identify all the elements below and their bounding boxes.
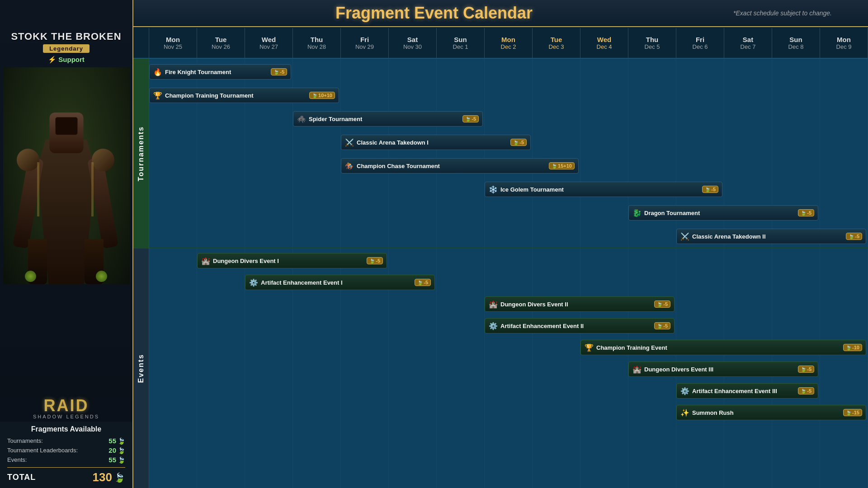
events-label: Events — [137, 354, 145, 383]
tournament-badge-6: 🍃-5 — [798, 209, 814, 216]
day-name-10: Thu — [646, 36, 659, 43]
event-bar-7[interactable]: ✨Summon Rush🍃-15 — [676, 405, 866, 420]
day-name-11: Fri — [696, 36, 704, 43]
tournament-bar-2[interactable]: 🕷️Spider Tournament🍃-5 — [293, 111, 483, 127]
event-badge-1: 🍃-5 — [415, 279, 431, 286]
day-header-1: TueNov 26 — [197, 28, 245, 58]
day-date-10: Dec 5 — [645, 43, 660, 50]
day-date-3: Nov 28 — [307, 43, 326, 50]
game-logo: RAID SHADOW LEGENDS — [33, 398, 99, 419]
event-badge-3: 🍃-5 — [654, 322, 670, 329]
day-date-1: Nov 26 — [212, 43, 230, 50]
day-header-6: SunDec 1 — [437, 28, 485, 58]
day-date-2: Nov 27 — [259, 43, 278, 50]
day-date-4: Nov 29 — [355, 43, 374, 50]
day-date-14: Dec 9 — [836, 43, 852, 50]
day-header-3: ThuNov 28 — [293, 28, 341, 58]
role-badge: Support — [48, 56, 85, 64]
tournament-bar-3[interactable]: ⚔️Classic Arena Takedown I🍃-5 — [341, 135, 531, 150]
champion-art — [3, 67, 130, 284]
tournament-bar-4[interactable]: 🏇Champion Chase Tournament🍃15+10 — [341, 158, 579, 174]
tournament-badge-0: 🍃-5 — [271, 68, 287, 75]
header-spacer — [133, 28, 149, 58]
day-name-14: Mon — [837, 36, 851, 43]
tournament-badge-5: 🍃-5 — [702, 186, 718, 193]
event-icon-7: ✨ — [680, 408, 689, 417]
fragment-row-tournaments: Tournaments: 55🍃 — [7, 436, 125, 446]
event-name-0: Dungeon Divers Event I — [213, 258, 365, 264]
tournament-icon-4: 🏇 — [345, 162, 354, 170]
section-labels: Tournaments Events — [133, 59, 149, 488]
game-name: RAID — [33, 398, 99, 414]
fragment-icon-tournaments: 🍃 — [118, 437, 125, 445]
tournament-badge-1: 🍃10+10 — [309, 92, 335, 99]
event-icon-3: ⚙️ — [489, 322, 498, 330]
tournament-badge-2: 🍃-5 — [462, 115, 479, 122]
fragment-row-leaderboards: Tournament Leaderboards: 20🍃 — [7, 446, 125, 455]
event-bar-1[interactable]: ⚙️Artifact Enhancement Event I🍃-5 — [245, 275, 435, 290]
event-bar-4[interactable]: 🏆Champion Training Event🍃-10 — [580, 340, 866, 355]
fragments-section: Fragments Available Tournaments: 55🍃 Tou… — [0, 422, 132, 488]
tournament-name-2: Spider Tournament — [309, 116, 461, 122]
event-badge-5: 🍃-5 — [798, 366, 814, 373]
day-header-9: WedDec 4 — [580, 28, 628, 58]
event-name-2: Dungeon Divers Event II — [500, 301, 652, 308]
event-bar-2[interactable]: 🏰Dungeon Divers Event II🍃-5 — [485, 296, 675, 312]
day-name-12: Sat — [743, 36, 753, 43]
champion-name: STOKK THE BROKEN — [11, 31, 121, 42]
fragment-count-leaderboards: 20 — [108, 446, 116, 454]
day-name-4: Fri — [360, 36, 369, 43]
event-icon-5: 🏰 — [632, 365, 642, 374]
day-date-8: Dec 3 — [549, 43, 564, 50]
day-header-0: MonNov 25 — [149, 28, 197, 58]
event-icon-0: 🏰 — [201, 257, 210, 265]
fragment-icon-leaderboards: 🍃 — [118, 447, 125, 454]
tournament-name-0: Fire Knight Tournament — [165, 69, 269, 75]
day-header-2: WedNov 27 — [245, 28, 293, 58]
fragment-icon-events: 🍃 — [118, 456, 125, 464]
day-name-5: Sat — [407, 36, 418, 43]
fragments-total-row: TOTAL 130 🍃 — [7, 467, 125, 484]
event-bar-6[interactable]: ⚙️Artifact Enhancement Event III🍃-5 — [676, 383, 818, 399]
tournament-name-4: Champion Chase Tournament — [357, 163, 547, 169]
event-bar-3[interactable]: ⚙️Artifact Enhancement Event II🍃-5 — [485, 318, 675, 333]
event-icon-6: ⚙️ — [680, 387, 689, 395]
day-name-1: Tue — [215, 36, 227, 43]
tournament-icon-0: 🔥 — [153, 68, 162, 76]
rarity-badge: Legendary — [43, 44, 90, 53]
total-count: 130 — [93, 470, 112, 484]
tournament-bar-1[interactable]: 🏆Champion Training Tournament🍃10+10 — [149, 88, 339, 103]
day-date-6: Dec 1 — [453, 43, 468, 50]
event-name-5: Dungeon Divers Event III — [644, 366, 796, 373]
day-date-12: Dec 7 — [741, 43, 756, 50]
tournament-bar-6[interactable]: 🐉Dragon Tournament🍃-5 — [628, 205, 818, 221]
tournament-name-7: Classic Arena Takedown II — [692, 233, 844, 240]
event-bar-0[interactable]: 🏰Dungeon Divers Event I🍃-5 — [197, 253, 387, 268]
section-label-tournaments: Tournaments — [133, 59, 149, 249]
event-badge-7: 🍃-15 — [843, 409, 862, 416]
tournament-icon-3: ⚔️ — [345, 138, 354, 147]
tournament-icon-5: ❄️ — [489, 185, 498, 194]
tournament-name-1: Champion Training Tournament — [165, 92, 307, 99]
grid-content: 🔥Fire Knight Tournament🍃-5🏆Champion Trai… — [149, 59, 868, 488]
tournament-bar-5[interactable]: ❄️Ice Golem Tournament🍃-5 — [485, 182, 722, 197]
fragment-label-leaderboards: Tournament Leaderboards: — [7, 447, 78, 454]
day-header-4: FriNov 29 — [341, 28, 389, 58]
event-badge-4: 🍃-10 — [843, 344, 862, 351]
tournaments-label: Tournaments — [137, 126, 145, 181]
tournament-icon-2: 🕷️ — [297, 115, 306, 123]
tournament-bar-0[interactable]: 🔥Fire Knight Tournament🍃-5 — [149, 64, 291, 80]
tournament-bar-7[interactable]: ⚔️Classic Arena Takedown II🍃-5 — [676, 229, 866, 244]
day-header-14: MonDec 9 — [820, 28, 868, 58]
day-header-8: TueDec 3 — [533, 28, 580, 58]
tournament-badge-3: 🍃-5 — [510, 139, 527, 146]
day-date-9: Dec 4 — [597, 43, 612, 50]
event-bar-5[interactable]: 🏰Dungeon Divers Event III🍃-5 — [628, 361, 818, 377]
day-header-5: SatNov 30 — [389, 28, 437, 58]
fragment-label-tournaments: Tournaments: — [7, 437, 43, 444]
fragment-row-events: Events: 55🍃 — [7, 455, 125, 465]
tournament-name-5: Ice Golem Tournament — [500, 186, 700, 193]
event-badge-6: 🍃-5 — [798, 387, 814, 394]
events-section: 🏰Dungeon Divers Event I🍃-5⚙️Artifact Enh… — [149, 249, 868, 488]
game-subtitle: SHADOW LEGENDS — [33, 414, 99, 419]
